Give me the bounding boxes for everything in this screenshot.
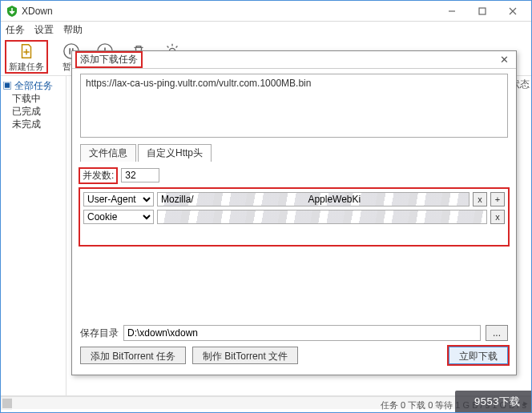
- svg-rect-0: [479, 8, 486, 14]
- header-key-select-2[interactable]: Cookie: [83, 210, 154, 224]
- tabs: 文件信息 自定义Http头: [80, 144, 508, 162]
- dialog-buttons: 添加 BitTorrent 任务 制作 BitTorrent 文件 立即下载: [72, 341, 516, 375]
- tree-done[interactable]: 已完成: [2, 105, 64, 118]
- close-button[interactable]: [498, 2, 528, 20]
- new-task-button[interactable]: 新建任务: [6, 41, 47, 73]
- tree-downloading[interactable]: 下载中: [2, 92, 64, 105]
- thread-count-label: 并发数:: [80, 169, 116, 182]
- scroll-thumb[interactable]: [2, 399, 12, 408]
- tab-file-info[interactable]: 文件信息: [80, 144, 136, 162]
- dialog-titlebar: 添加下载任务 ✕: [72, 51, 516, 69]
- add-header-button[interactable]: +: [490, 192, 505, 206]
- menu-item-tasks[interactable]: 任务: [6, 23, 25, 37]
- menu-item-settings[interactable]: 设置: [34, 23, 54, 37]
- save-dir-label: 保存目录: [80, 327, 119, 340]
- tree-undone[interactable]: 未完成: [2, 118, 64, 130]
- thread-count-input[interactable]: [121, 168, 159, 182]
- tab-custom-http[interactable]: 自定义Http头: [138, 144, 212, 162]
- menu-item-help[interactable]: 帮助: [63, 23, 83, 37]
- minimize-button[interactable]: [437, 2, 467, 20]
- add-bittorrent-button[interactable]: 添加 BitTorrent 任务: [80, 347, 186, 364]
- app-title: XDown: [22, 6, 437, 17]
- task-tree[interactable]: ▣ 全部任务 下载中 已完成 未完成: [1, 76, 66, 395]
- dialog-title: 添加下载任务: [77, 53, 141, 66]
- menubar: 任务 设置 帮助: [1, 22, 531, 38]
- remove-header-button-1[interactable]: x: [473, 192, 487, 206]
- browse-button[interactable]: ...: [486, 325, 508, 341]
- app-icon: [6, 5, 18, 18]
- tree-all[interactable]: ▣ 全部任务: [2, 79, 64, 92]
- watermark: 9553下载: [455, 391, 532, 413]
- make-bittorrent-button[interactable]: 制作 BitTorrent 文件: [192, 347, 298, 364]
- save-dir-input[interactable]: [123, 325, 481, 341]
- new-task-label: 新建任务: [9, 61, 44, 72]
- dialog-close-button[interactable]: ✕: [497, 54, 511, 66]
- header-key-select-1[interactable]: User-Agent: [83, 192, 154, 206]
- remove-header-button-2[interactable]: x: [490, 210, 505, 224]
- header-value-input-2[interactable]: [157, 210, 487, 224]
- http-headers-panel: User-Agent x + Cookie x: [80, 189, 508, 245]
- download-now-button[interactable]: 立即下载: [449, 347, 508, 364]
- plus-file-icon: [17, 42, 36, 61]
- header-value-input-1[interactable]: [157, 192, 470, 206]
- maximize-button[interactable]: [467, 2, 498, 20]
- url-textarea[interactable]: https://lax-ca-us-ping.vultr.com/vultr.c…: [80, 74, 508, 138]
- add-task-dialog: 添加下载任务 ✕ https://lax-ca-us-ping.vultr.co…: [71, 50, 517, 375]
- titlebar: XDown: [1, 1, 531, 22]
